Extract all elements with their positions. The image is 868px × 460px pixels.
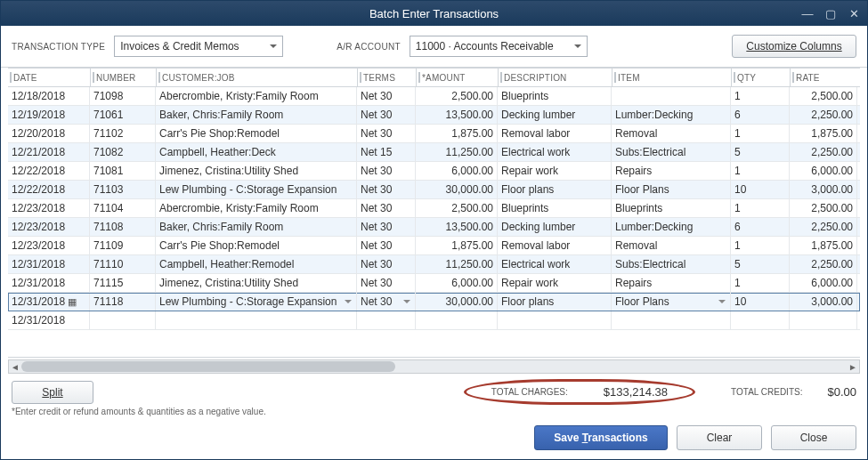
cell-qty[interactable]: 10 xyxy=(731,293,790,311)
cell-date[interactable]: 12/19/2018 xyxy=(8,106,90,124)
scroll-right-icon[interactable]: ► xyxy=(847,360,859,373)
cell-customer[interactable]: Abercrombie, Kristy:Family Room xyxy=(156,199,357,217)
cell-amount[interactable]: 11,250.00 xyxy=(416,255,498,273)
cell-rate[interactable]: 2,250.00 xyxy=(790,143,857,161)
cell-rate[interactable]: 3,000.00 xyxy=(790,181,857,198)
cell-number[interactable] xyxy=(90,311,156,329)
cell-amount[interactable]: 30,000.00 xyxy=(416,293,498,311)
cell-rate[interactable]: 6,000.00 xyxy=(790,162,857,180)
transaction-type-select[interactable]: Invoices & Credit Memos xyxy=(114,36,283,57)
cell-number[interactable]: 71082 xyxy=(90,143,156,161)
cell-amount[interactable]: 2,500.00 xyxy=(416,87,498,105)
cell-date[interactable]: 12/22/2018 xyxy=(8,162,90,180)
cell-customer[interactable]: Campbell, Heather:Remodel xyxy=(156,255,357,273)
cell-terms[interactable]: Net 30 xyxy=(357,274,416,292)
cell-customer[interactable]: Baker, Chris:Family Room xyxy=(156,106,357,124)
cell-date[interactable]: 12/31/2018 xyxy=(8,255,90,273)
cell-date[interactable]: 12/18/2018 xyxy=(8,87,90,105)
clear-button[interactable]: Clear xyxy=(677,425,762,450)
cell-item[interactable]: Lumber:Decking xyxy=(612,218,731,236)
cell-customer[interactable]: Carr's Pie Shop:Remodel xyxy=(156,237,357,254)
cell-number[interactable]: 71061 xyxy=(90,106,156,124)
maximize-icon[interactable]: ▢ xyxy=(823,6,839,20)
col-qty[interactable]: QTY xyxy=(731,69,790,86)
cell-item[interactable]: Removal xyxy=(612,237,731,254)
calendar-icon[interactable]: ▦ xyxy=(68,296,77,308)
cell-date[interactable]: 12/31/2018 xyxy=(8,274,90,292)
cell-rate[interactable]: 2,250.00 xyxy=(790,255,857,273)
cell-description[interactable]: Floor plans xyxy=(498,181,612,198)
cell-customer[interactable]: Lew Plumbing - C:Storage Expansion xyxy=(156,181,357,198)
cell-description[interactable]: Decking lumber xyxy=(498,106,612,124)
cell-qty[interactable]: 1 xyxy=(731,237,790,254)
cell-amount[interactable]: 30,000.00 xyxy=(416,181,498,198)
cell-qty[interactable]: 6 xyxy=(731,106,790,124)
table-row[interactable]: 12/31/201871115Jimenez, Cristina:Utility… xyxy=(8,274,860,293)
col-rate[interactable]: RATE xyxy=(790,69,857,86)
cell-description[interactable]: Decking lumber xyxy=(498,218,612,236)
cell-description[interactable]: Repair work xyxy=(498,274,612,292)
cell-terms[interactable]: Net 30 xyxy=(357,125,416,142)
table-row[interactable]: 12/22/201871103Lew Plumbing - C:Storage … xyxy=(8,181,860,199)
col-description[interactable]: DESCRIPTION xyxy=(498,69,612,86)
cell-number[interactable]: 71104 xyxy=(90,199,156,217)
cell-rate[interactable]: 2,250.00 xyxy=(790,218,857,236)
cell-amount[interactable]: 11,250.00 xyxy=(416,143,498,161)
cell-number[interactable]: 71108 xyxy=(90,218,156,236)
cell-amount[interactable]: 1,875.00 xyxy=(416,125,498,142)
cell-qty[interactable]: 1 xyxy=(731,274,790,292)
cell-date[interactable]: 12/22/2018 xyxy=(8,181,90,198)
cell-qty[interactable] xyxy=(731,311,790,329)
cell-amount[interactable]: 13,500.00 xyxy=(416,106,498,124)
minimize-icon[interactable]: — xyxy=(799,6,815,20)
cell-terms[interactable]: Net 30 xyxy=(357,218,416,236)
cell-terms[interactable]: Net 15 xyxy=(357,143,416,161)
scroll-left-icon[interactable]: ◄ xyxy=(9,360,21,373)
cell-rate[interactable]: 1,875.00 xyxy=(790,237,857,254)
cell-description[interactable]: Removal labor xyxy=(498,125,612,142)
cell-qty[interactable]: 1 xyxy=(731,162,790,180)
cell-description[interactable]: Blueprints xyxy=(498,87,612,105)
close-button[interactable]: Close xyxy=(771,425,856,450)
cell-rate[interactable]: 2,500.00 xyxy=(790,199,857,217)
cell-customer[interactable]: Carr's Pie Shop:Remodel xyxy=(156,125,357,142)
cell-terms[interactable]: Net 30 xyxy=(357,181,416,198)
cell-terms[interactable]: Net 30 xyxy=(357,199,416,217)
cell-rate[interactable] xyxy=(790,311,857,329)
cell-qty[interactable]: 5 xyxy=(731,255,790,273)
cell-date[interactable]: 12/21/2018 xyxy=(8,143,90,161)
cell-terms[interactable]: Net 30 xyxy=(357,162,416,180)
cell-number[interactable]: 71081 xyxy=(90,162,156,180)
cell-description[interactable]: Repair work xyxy=(498,162,612,180)
cell-description[interactable]: Removal labor xyxy=(498,237,612,254)
table-row[interactable]: 12/31/201871110Campbell, Heather:Remodel… xyxy=(8,255,860,274)
close-icon[interactable]: ✕ xyxy=(846,6,862,20)
cell-qty[interactable]: 1 xyxy=(731,199,790,217)
scroll-thumb[interactable] xyxy=(21,361,395,372)
table-row[interactable]: 12/23/201871104Abercrombie, Kristy:Famil… xyxy=(8,199,860,218)
cell-description[interactable]: Floor plans xyxy=(498,293,612,311)
col-terms[interactable]: TERMS xyxy=(357,69,416,86)
cell-rate[interactable]: 6,000.00 xyxy=(790,274,857,292)
cell-date[interactable]: 12/23/2018 xyxy=(8,199,90,217)
split-button[interactable]: Split xyxy=(12,381,93,404)
table-row[interactable]: 12/20/201871102Carr's Pie Shop:RemodelNe… xyxy=(8,125,860,143)
col-customer[interactable]: CUSTOMER:JOB xyxy=(156,69,357,86)
cell-number[interactable]: 71118 xyxy=(90,293,156,311)
cell-rate[interactable]: 3,000.00 xyxy=(790,293,857,311)
col-number[interactable]: NUMBER xyxy=(90,69,156,86)
cell-terms[interactable]: Net 30 xyxy=(357,255,416,273)
cell-customer[interactable]: Lew Plumbing - C:Storage Expansion xyxy=(156,293,357,311)
cell-item[interactable] xyxy=(612,87,731,105)
col-amount[interactable]: *AMOUNT xyxy=(416,69,498,86)
cell-item[interactable]: Blueprints xyxy=(612,199,731,217)
cell-date[interactable]: 12/23/2018 xyxy=(8,237,90,254)
cell-terms[interactable]: Net 30 xyxy=(357,106,416,124)
table-row[interactable]: 12/31/2018▦71118Lew Plumbing - C:Storage… xyxy=(8,293,860,311)
cell-customer[interactable]: Baker, Chris:Family Room xyxy=(156,218,357,236)
customize-columns-button[interactable]: Customize Columns xyxy=(732,35,856,58)
cell-rate[interactable]: 2,250.00 xyxy=(790,106,857,124)
cell-qty[interactable]: 1 xyxy=(731,125,790,142)
cell-rate[interactable]: 2,500.00 xyxy=(790,87,857,105)
cell-item[interactable]: Repairs xyxy=(612,274,731,292)
